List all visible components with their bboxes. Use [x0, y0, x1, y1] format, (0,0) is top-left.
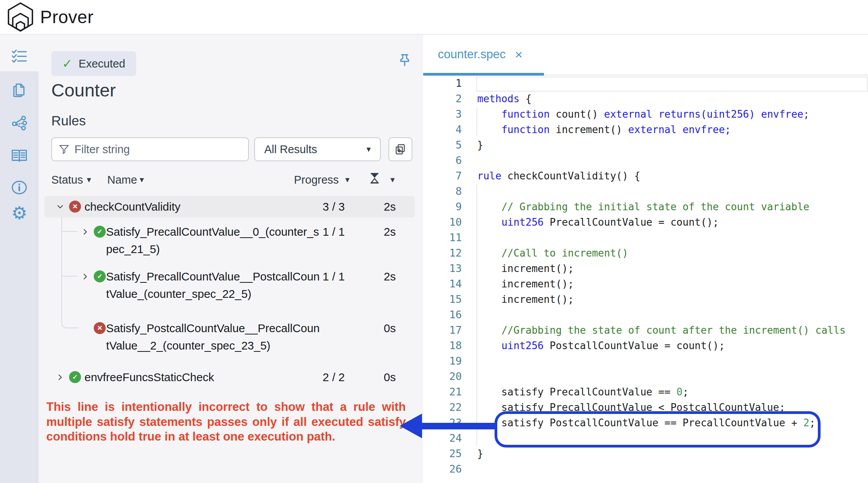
rule-name[interactable]: checkCountValidity — [84, 196, 299, 218]
line-number[interactable]: 9 — [423, 199, 462, 214]
line-number[interactable]: 1 — [423, 76, 462, 91]
line-number[interactable]: 20 — [423, 369, 462, 384]
row-chevron[interactable] — [56, 196, 66, 218]
line-number[interactable]: 3 — [423, 106, 462, 122]
code-text: increment(); — [477, 276, 574, 292]
line-number[interactable]: 6 — [423, 153, 462, 168]
rule-progress: 3 / 3 — [314, 196, 353, 218]
code-line: 9 // Grabbing the initial state of the c… — [423, 199, 868, 214]
rule-name[interactable]: Satisfy_PrecallCountValue__PostcallCount… — [106, 268, 321, 302]
column-status[interactable]: Status — [51, 172, 83, 187]
app-logo[interactable]: Prover — [6, 2, 93, 32]
line-number[interactable]: 26 — [423, 461, 462, 477]
rule-row[interactable]: ✓Satisfy_PrecallCountValue__0_(counter_s… — [44, 223, 415, 258]
rule-name[interactable]: Satisfy_PostcallCountValue__PrecallCount… — [106, 319, 321, 354]
code-line: 25} — [423, 446, 868, 461]
code-line: 4 function increment() external envfree; — [423, 122, 868, 137]
line-number[interactable]: 10 — [423, 214, 462, 230]
call-trace-icon[interactable] — [11, 115, 28, 132]
rule-row[interactable]: ✓Satisfy_PrecallCountValue__PostcallCoun… — [44, 268, 415, 302]
files-icon[interactable] — [11, 81, 28, 98]
code-line: 13 increment(); — [423, 261, 868, 276]
rule-row[interactable]: ✕Satisfy_PostcallCountValue__PrecallCoun… — [44, 319, 415, 354]
left-nav-rail: ⚙ — [0, 34, 39, 483]
line-number[interactable]: 25 — [423, 446, 462, 461]
line-number[interactable]: 7 — [423, 168, 462, 184]
code-line: 10 uint256 PrecallCountValue = count(); — [423, 214, 868, 230]
line-number[interactable]: 24 — [423, 431, 462, 446]
code-line: 3 function count() external returns(uint… — [423, 106, 868, 122]
code-text: satisfy PrecallCountValue == 0; — [477, 384, 689, 400]
close-icon[interactable]: × — [515, 49, 523, 60]
code-line: 5} — [423, 137, 868, 153]
page-title: Counter — [51, 79, 116, 101]
rule-duration: 0s — [370, 366, 396, 388]
rules-tree: ✕checkCountValidity3 / 32s✓Satisfy_Preca… — [44, 196, 415, 388]
code-text: rule checkCountValidity() { — [477, 168, 640, 184]
line-number[interactable]: 16 — [423, 307, 462, 323]
column-name[interactable]: Name — [107, 172, 137, 187]
filter-placeholder: Filter string — [74, 143, 130, 156]
row-chevron[interactable] — [81, 223, 91, 240]
line-number[interactable]: 15 — [423, 292, 462, 307]
code-text: //Call to increment() — [477, 245, 628, 261]
rule-duration: 2s — [370, 223, 396, 240]
chevron-down-icon[interactable]: ▾ — [87, 172, 91, 187]
chevron-down-icon[interactable]: ▾ — [390, 172, 395, 187]
line-number[interactable]: 17 — [423, 323, 462, 338]
chevron-down-icon[interactable]: ▾ — [345, 172, 350, 187]
line-number[interactable]: 11 — [423, 230, 462, 245]
copy-plus-icon — [394, 143, 407, 155]
line-number[interactable]: 21 — [423, 384, 462, 400]
rules-table-header: Status ▾ Name ▾ Progress ▾ ▾ — [39, 172, 423, 187]
settings-gear-icon[interactable]: ⚙ — [11, 204, 28, 221]
code-line: 7rule checkCountValidity() { — [423, 168, 868, 184]
chevron-down-icon[interactable]: ▾ — [140, 172, 144, 187]
top-header: Prover — [0, 0, 868, 35]
line-number[interactable]: 14 — [423, 276, 462, 292]
line-number[interactable]: 19 — [423, 353, 462, 369]
rule-row[interactable]: ✕checkCountValidity3 / 32s — [44, 196, 415, 218]
column-progress[interactable]: Progress — [294, 172, 339, 187]
status-badge: ✓ Executed — [51, 51, 136, 76]
annotation-text: This line is intentionally incorrect to … — [46, 400, 406, 444]
filter-string-input[interactable]: Filter string — [51, 137, 249, 161]
code-text: //Grabbing the state of count after the … — [477, 323, 846, 338]
duplicate-view-button[interactable] — [388, 137, 412, 161]
rule-progress: 2 / 2 — [314, 366, 353, 388]
tab-counter-spec[interactable]: counter.spec × — [438, 34, 523, 74]
row-chevron[interactable] — [81, 268, 91, 285]
rule-duration: 2s — [370, 196, 396, 218]
line-number[interactable]: 8 — [423, 184, 462, 199]
pass-check-icon: ✓ — [69, 371, 81, 383]
line-number[interactable]: 5 — [423, 137, 462, 153]
funnel-filter-icon — [59, 144, 69, 154]
info-icon[interactable] — [11, 179, 28, 196]
results-filter-select[interactable]: All Results ▾ — [254, 137, 381, 161]
docs-book-icon[interactable] — [11, 147, 28, 164]
line-number[interactable]: 22 — [423, 400, 462, 415]
prover-app-window: Prover — [0, 0, 868, 483]
row-chevron[interactable] — [81, 319, 91, 337]
line-number[interactable]: 2 — [423, 91, 462, 106]
chevron-right-icon — [81, 228, 90, 236]
pin-icon[interactable] — [397, 52, 412, 68]
tab-label: counter.spec — [438, 47, 506, 61]
row-chevron[interactable] — [56, 366, 66, 388]
code-line: 21 satisfy PrecallCountValue == 0; — [423, 384, 868, 400]
rule-row[interactable]: ✓envfreeFuncsStaticCheck2 / 20s — [44, 366, 415, 388]
line-number[interactable]: 18 — [423, 338, 462, 353]
line-number[interactable]: 13 — [423, 261, 462, 276]
line-number[interactable]: 12 — [423, 245, 462, 261]
code-line: 6 — [423, 153, 868, 168]
rule-name[interactable]: Satisfy_PrecallCountValue__0_(counter_sp… — [106, 223, 321, 258]
rules-checklist-icon[interactable] — [11, 48, 28, 65]
fail-x-icon: ✕ — [69, 201, 81, 213]
hourglass-icon[interactable] — [370, 172, 380, 187]
rule-duration: 2s — [370, 268, 396, 285]
rule-name[interactable]: envfreeFuncsStaticCheck — [84, 366, 299, 388]
line-number[interactable]: 4 — [423, 122, 462, 137]
chevron-right-icon — [56, 373, 64, 382]
app-title: Prover — [40, 7, 93, 27]
code-text: uint256 PrecallCountValue = count(); — [477, 214, 719, 230]
